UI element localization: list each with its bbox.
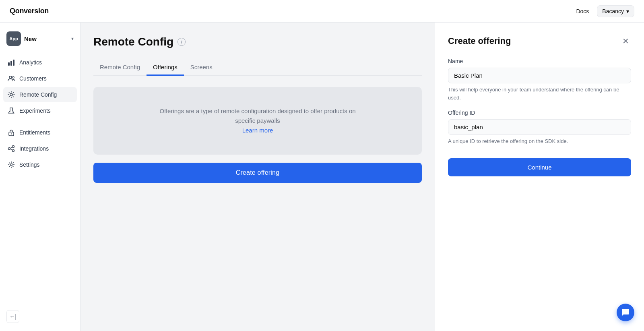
sidebar-label-entitlements: Entitlements	[19, 129, 50, 136]
gear-icon	[7, 161, 15, 169]
logo: Qonversion	[10, 7, 49, 15]
user-label: Bacancy	[602, 8, 624, 14]
svg-rect-0	[8, 62, 10, 66]
sidebar-item-integrations[interactable]: Integrations	[3, 141, 77, 156]
collapse-icon: ←|	[9, 313, 17, 320]
sidebar: App New ▾ Analytics	[0, 23, 80, 331]
learn-more-link[interactable]: Learn more	[242, 127, 273, 134]
close-panel-button[interactable]: ✕	[620, 35, 631, 47]
remote-config-icon	[7, 91, 15, 99]
tab-screens[interactable]: Screens	[184, 60, 219, 76]
offering-id-input[interactable]	[448, 119, 631, 135]
app-chevron-icon: ▾	[71, 36, 74, 41]
chat-widget[interactable]	[617, 304, 634, 321]
sidebar-bottom: ←|	[0, 307, 80, 326]
name-field-group: Name This will help everyone in your tea…	[448, 58, 631, 101]
app-name: New	[24, 35, 68, 42]
page-title: Remote Config	[93, 35, 173, 48]
svg-point-7	[12, 112, 12, 113]
sidebar-label-integrations: Integrations	[19, 145, 49, 152]
sidebar-item-entitlements[interactable]: Entitlements	[3, 125, 77, 140]
continue-button[interactable]: Continue	[448, 158, 631, 176]
collapse-button[interactable]: ←|	[6, 310, 19, 323]
info-icon[interactable]: i	[178, 38, 186, 46]
name-label: Name	[448, 58, 631, 64]
topnav: Qonversion Docs Bacancy ▾	[0, 0, 644, 23]
sidebar-item-experiments[interactable]: Experiments	[3, 103, 77, 118]
integrations-icon	[7, 145, 15, 153]
svg-point-3	[9, 76, 12, 79]
panel-title: Create offering	[448, 36, 511, 46]
sidebar-nav: Analytics Customers	[0, 55, 80, 307]
sidebar-item-remote-config[interactable]: Remote Config	[3, 87, 77, 102]
svg-point-10	[8, 148, 10, 150]
tabs: Remote Config Offerings Screens	[93, 60, 422, 76]
app-selector[interactable]: App New ▾	[0, 27, 80, 50]
app-avatar: App	[6, 31, 21, 46]
content-area: Remote Config i Remote Config Offerings …	[80, 23, 644, 331]
svg-point-11	[12, 146, 14, 148]
sidebar-item-settings[interactable]: Settings	[3, 157, 77, 172]
offering-id-label: Offering ID	[448, 110, 631, 116]
experiments-icon	[7, 107, 15, 115]
create-offering-button[interactable]: Create offering	[93, 163, 422, 183]
panel-header: Create offering ✕	[448, 35, 631, 47]
create-offering-panel: Create offering ✕ Name This will help ev…	[435, 23, 644, 331]
users-icon	[7, 74, 15, 83]
sidebar-label-analytics: Analytics	[19, 59, 42, 66]
bar-chart-icon	[7, 58, 15, 66]
empty-text-line2: specific paywalls	[106, 116, 409, 126]
sidebar-item-analytics[interactable]: Analytics	[3, 55, 77, 70]
sidebar-item-customers[interactable]: Customers	[3, 71, 77, 86]
svg-rect-2	[13, 60, 14, 66]
offering-id-field-group: Offering ID A unique ID to retrieve the …	[448, 110, 631, 145]
docs-link[interactable]: Docs	[576, 8, 589, 14]
svg-point-12	[12, 150, 14, 152]
offerings-empty-state: Offerings are a type of remote configura…	[93, 87, 422, 155]
sidebar-label-remote-config: Remote Config	[19, 91, 57, 98]
svg-point-5	[10, 93, 12, 96]
page-header: Remote Config i	[93, 35, 422, 48]
name-input[interactable]	[448, 68, 631, 83]
svg-point-13	[10, 164, 12, 166]
lock-icon	[7, 128, 15, 137]
svg-point-4	[12, 77, 14, 78]
svg-rect-1	[10, 61, 12, 66]
tab-remote-config[interactable]: Remote Config	[93, 60, 147, 76]
empty-text-line1: Offerings are a type of remote configura…	[106, 106, 409, 116]
offering-id-hint: A unique ID to retrieve the offering on …	[448, 137, 631, 145]
main-area: App New ▾ Analytics	[0, 23, 644, 331]
sidebar-label-customers: Customers	[19, 75, 47, 82]
svg-point-9	[11, 133, 12, 134]
user-chevron-icon: ▾	[626, 8, 629, 14]
sidebar-label-settings: Settings	[19, 161, 40, 168]
topnav-right: Docs Bacancy ▾	[576, 5, 634, 17]
tab-offerings[interactable]: Offerings	[147, 60, 184, 76]
user-menu[interactable]: Bacancy ▾	[597, 5, 634, 17]
svg-point-6	[10, 112, 11, 112]
sidebar-label-experiments: Experiments	[19, 108, 51, 114]
page-content: Remote Config i Remote Config Offerings …	[80, 23, 435, 331]
name-hint: This will help everyone in your team und…	[448, 86, 631, 101]
